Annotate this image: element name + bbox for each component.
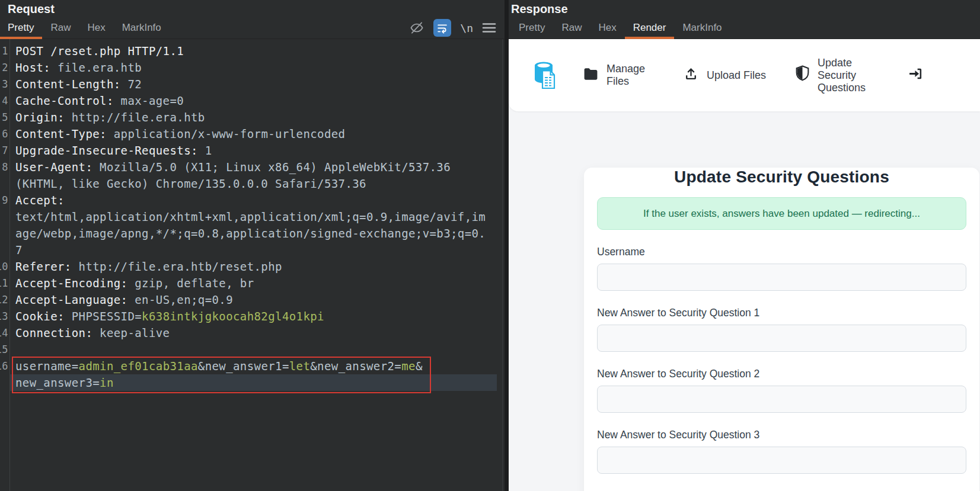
request-toolbar: \n [409, 17, 505, 38]
tab-markinfo[interactable]: MarkInfo [674, 17, 730, 38]
request-line[interactable]: 2Host: file.era.htb [0, 59, 505, 76]
form-field: Username [597, 246, 966, 291]
line-number: 15 [0, 341, 9, 358]
code-line[interactable]: User-Agent: Mozilla/5.0 (X11; Linux x86_… [9, 159, 497, 175]
response-panel-title: Response [509, 0, 980, 17]
response-tabbar: PrettyRawHexRenderMarkInfo [509, 17, 980, 39]
hide-highlights-eye-off-icon[interactable] [409, 20, 424, 36]
line-number: 2 [0, 59, 9, 76]
request-line[interactable]: 15 [0, 341, 505, 358]
new-answer-to-security-question-3-input[interactable] [597, 447, 966, 474]
code-line[interactable]: POST /reset.php HTTP/1.1 [9, 43, 497, 59]
request-line[interactable]: 14Connection: keep-alive [0, 325, 505, 341]
code-line[interactable]: Cookie: PHPSESSID=k638intkjgkoocah82gl4o… [9, 308, 497, 325]
line-number: 3 [0, 76, 9, 92]
new-answer-to-security-question-2-label: New Answer to Security Question 2 [597, 368, 966, 380]
tab-pretty[interactable]: Pretty [0, 17, 42, 38]
form-field: New Answer to Security Question 2 [597, 368, 966, 413]
tab-hex[interactable]: Hex [79, 17, 113, 38]
nav-item-upload-files[interactable]: Upload Files [683, 66, 766, 85]
page-background: Update Security Questions If the user ex… [509, 111, 980, 491]
code-line[interactable]: Cache-Control: max-age=0 [9, 92, 497, 109]
request-line[interactable]: new_answer3=in [0, 374, 505, 391]
tab-raw[interactable]: Raw [42, 17, 79, 38]
site-navbar: Manage FilesUpload FilesUpdate Security … [509, 39, 980, 111]
code-line[interactable] [9, 341, 497, 358]
line-number: 16 [0, 358, 9, 374]
request-line[interactable]: 7Upgrade-Insecure-Requests: 1 [0, 142, 505, 159]
code-line[interactable]: Origin: http://file.era.htb [9, 109, 497, 126]
line-number: 10 [0, 258, 9, 275]
request-line[interactable]: 7 [0, 242, 505, 258]
request-tabs: PrettyRawHexMarkInfo [0, 17, 170, 38]
word-wrap-icon[interactable] [433, 19, 451, 37]
code-line[interactable]: username=admin_ef01cab31aa&new_answer1=l… [9, 358, 497, 374]
request-line[interactable]: 16username=admin_ef01cab31aa&new_answer1… [0, 358, 505, 374]
response-tabs: PrettyRawHexRenderMarkInfo [511, 17, 730, 38]
request-line[interactable]: age/webp,image/apng,*/*;q=0.8,applicatio… [0, 225, 505, 242]
logout-icon [907, 66, 924, 84]
line-number: 1 [0, 43, 9, 59]
logout-button[interactable] [907, 66, 924, 84]
nav-item-manage-files[interactable]: Manage Files [583, 63, 654, 88]
request-line[interactable]: 8User-Agent: Mozilla/5.0 (X11; Linux x86… [0, 159, 505, 175]
request-line[interactable]: 9Accept: [0, 192, 505, 208]
panel-splitter[interactable] [505, 0, 509, 491]
request-line[interactable]: 12Accept-Language: en-US,en;q=0.9 [0, 291, 505, 308]
line-number: 9 [0, 192, 9, 208]
code-line[interactable]: age/webp,image/apng,*/*;q=0.8,applicatio… [9, 225, 497, 242]
code-line[interactable]: Referer: http://file.era.htb/reset.php [9, 258, 497, 275]
line-number [0, 175, 9, 192]
upload-icon [683, 66, 699, 85]
new-answer-to-security-question-3-label: New Answer to Security Question 3 [597, 429, 966, 441]
line-number [0, 374, 9, 391]
code-line[interactable]: Accept: [9, 192, 497, 208]
request-line[interactable]: (KHTML, like Gecko) Chrome/135.0.0.0 Saf… [0, 175, 505, 192]
line-number: 6 [0, 126, 9, 142]
request-line[interactable]: 3Content-Length: 72 [0, 76, 505, 92]
request-line[interactable]: text/html,application/xhtml+xml,applicat… [0, 208, 505, 225]
new-answer-to-security-question-1-input[interactable] [597, 325, 966, 352]
tab-markinfo[interactable]: MarkInfo [114, 17, 170, 38]
database-document-icon[interactable] [531, 60, 558, 90]
new-answer-to-security-question-2-input[interactable] [597, 386, 966, 413]
username-input[interactable] [597, 264, 966, 291]
code-line[interactable]: new_answer3=in [9, 374, 497, 391]
code-line[interactable]: (KHTML, like Gecko) Chrome/135.0.0.0 Saf… [9, 175, 497, 192]
nav-items: Manage FilesUpload FilesUpdate Security … [583, 57, 980, 94]
request-editor[interactable]: 1POST /reset.php HTTP/1.12Host: file.era… [0, 39, 505, 491]
request-tabbar: PrettyRawHexMarkInfo \n [0, 17, 505, 39]
line-number: 12 [0, 291, 9, 308]
new-answer-to-security-question-1-label: New Answer to Security Question 1 [597, 307, 966, 319]
nav-item-label: Upload Files [707, 69, 766, 82]
code-line[interactable]: 7 [9, 242, 497, 258]
form-title: Update Security Questions [597, 168, 966, 187]
code-line[interactable]: Content-Length: 72 [9, 76, 497, 92]
request-line[interactable]: 13Cookie: PHPSESSID=k638intkjgkoocah82gl… [0, 308, 505, 325]
request-panel-title: Request [0, 0, 505, 17]
code-line[interactable]: Host: file.era.htb [9, 59, 497, 76]
request-line[interactable]: 10Referer: http://file.era.htb/reset.php [0, 258, 505, 275]
line-number: 8 [0, 159, 9, 175]
code-line[interactable]: Accept-Language: en-US,en;q=0.9 [9, 291, 497, 308]
code-line[interactable]: Connection: keep-alive [9, 325, 497, 341]
request-line[interactable]: 4Cache-Control: max-age=0 [0, 92, 505, 109]
request-line[interactable]: 5Origin: http://file.era.htb [0, 109, 505, 126]
request-line[interactable]: 11Accept-Encoding: gzip, deflate, br [0, 275, 505, 291]
line-number [0, 242, 9, 258]
tab-raw[interactable]: Raw [553, 17, 590, 38]
code-line[interactable]: Upgrade-Insecure-Requests: 1 [9, 142, 497, 159]
line-number: 13 [0, 308, 9, 325]
code-line[interactable]: text/html,application/xhtml+xml,applicat… [9, 208, 497, 225]
tab-render[interactable]: Render [625, 17, 675, 38]
menu-hamburger-icon[interactable] [482, 22, 496, 34]
nav-item-update-security-questions[interactable]: Update Security Questions [795, 57, 878, 94]
request-line[interactable]: 6Content-Type: application/x-www-form-ur… [0, 126, 505, 142]
code-line[interactable]: Accept-Encoding: gzip, deflate, br [9, 275, 497, 291]
code-line[interactable]: Content-Type: application/x-www-form-url… [9, 126, 497, 142]
tab-hex[interactable]: Hex [590, 17, 624, 38]
tab-pretty[interactable]: Pretty [511, 17, 553, 38]
line-number: 4 [0, 92, 9, 109]
show-newlines-icon[interactable]: \n [460, 22, 473, 34]
request-line[interactable]: 1POST /reset.php HTTP/1.1 [0, 43, 505, 59]
